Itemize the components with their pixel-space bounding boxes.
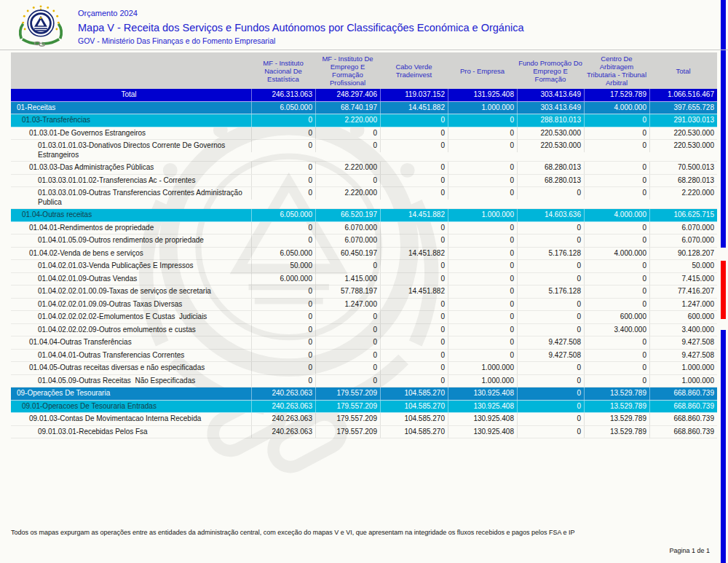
value-cell: 0 xyxy=(517,362,584,374)
value-cell: 0 xyxy=(448,336,517,349)
value-cell: 0 xyxy=(517,222,584,235)
value-cell: 0 xyxy=(517,401,584,413)
value-cell: 6.070.000 xyxy=(315,222,380,235)
table-row: 01.04.02.02.01.09.09-Outras Taxas Divers… xyxy=(11,299,717,312)
column-header: Pro - Empresa xyxy=(448,52,517,89)
value-cell: 0 xyxy=(584,222,649,235)
value-cell: 104.585.270 xyxy=(380,387,448,400)
value-cell: 246.313.063 xyxy=(251,89,315,101)
value-cell: 0 xyxy=(380,235,448,247)
value-cell: 0 xyxy=(448,260,517,272)
table-row: 01.04-Outras receitas6.050.00066.520.197… xyxy=(11,209,717,222)
value-cell: 0 xyxy=(517,324,584,336)
value-cell: 0 xyxy=(584,362,649,374)
value-cell: 0 xyxy=(251,235,315,247)
value-cell: 1.000.000 xyxy=(448,375,517,387)
value-cell: 14.451.882 xyxy=(380,248,448,260)
value-cell: 3.400.000 xyxy=(649,324,717,336)
value-cell: 0 xyxy=(448,140,517,152)
value-cell: 0 xyxy=(380,299,448,311)
value-cell: 0 xyxy=(517,235,584,247)
value-cell: 0 xyxy=(448,235,517,247)
column-header: MF - Instituto De Emprego E Formação Pro… xyxy=(315,52,380,89)
edge-stripe-red xyxy=(721,261,726,319)
table-row: 09-Operações De Tesouraria240.263.063179… xyxy=(11,387,717,401)
row-label: 01.04-Outras receitas xyxy=(11,209,251,221)
value-cell: 0 xyxy=(315,127,380,140)
value-cell: 0 xyxy=(448,248,517,260)
value-cell: 1.000.000 xyxy=(448,102,517,114)
value-cell: 600.000 xyxy=(584,311,649,323)
value-cell: 4.000.000 xyxy=(584,248,649,260)
value-cell: 0 xyxy=(315,140,380,152)
value-cell: 6.050.000 xyxy=(251,248,315,260)
value-cell: 6.050.000 xyxy=(251,102,315,114)
value-cell: 0 xyxy=(448,299,517,311)
row-label: 01.04.04.01-Outras Transferencias Corren… xyxy=(11,350,251,362)
value-cell: 3.400.000 xyxy=(584,324,649,336)
value-cell: 0 xyxy=(448,114,517,127)
value-cell: 60.450.197 xyxy=(315,248,380,260)
value-cell: 0 xyxy=(380,324,448,336)
value-cell: 0 xyxy=(517,387,584,400)
table-row: 01.04.02.01.03-Venda Publicações E Impre… xyxy=(11,260,717,273)
page-number: Pagina 1 de 1 xyxy=(656,546,710,555)
value-cell: 0 xyxy=(584,336,649,349)
row-label: 01.04.02.02.01.00.09-Taxas de serviços d… xyxy=(11,286,251,298)
value-cell: 0 xyxy=(315,175,380,187)
value-cell: 668.860.739 xyxy=(649,426,717,438)
value-cell: 240.263.063 xyxy=(251,387,315,400)
value-cell: 0 xyxy=(517,375,584,387)
row-label: 01.04.02.01.09-Outras Vendas xyxy=(11,273,251,286)
value-cell: 17.529.789 xyxy=(584,89,649,101)
table-row: 01.04.05.09-Outras Receitas Não Especifi… xyxy=(11,375,717,388)
value-cell: 14.451.882 xyxy=(380,102,448,114)
value-cell: 2.220.000 xyxy=(315,162,380,174)
value-cell: 0 xyxy=(380,187,448,200)
row-label: 01.04.01-Rendimentos de propriedade xyxy=(11,222,251,235)
value-cell: 0 xyxy=(380,350,448,362)
value-cell: 0 xyxy=(251,114,315,127)
row-label: 01.03.03-Das Administrações Públicas xyxy=(11,162,251,174)
value-cell: 4.000.000 xyxy=(584,209,649,221)
row-label: 01.04.02-Venda de bens e serviços xyxy=(11,248,251,260)
value-cell: 9.427.508 xyxy=(649,336,717,349)
value-cell: 13.529.789 xyxy=(584,413,649,425)
table-row: 01.04.02.02.02.09-Outros emolumentos e c… xyxy=(11,324,717,337)
value-cell: 106.625.715 xyxy=(649,209,717,221)
value-cell: 130.925.408 xyxy=(448,401,517,413)
table-row: 01-Receitas6.050.00068.740.19714.451.882… xyxy=(11,102,717,115)
table-row: 01.03.01-De Governos Estrangeiros0000220… xyxy=(11,127,717,141)
ministry-subtitle: GOV - Ministério Das Finanças e do Fomen… xyxy=(78,36,524,45)
value-cell: 240.263.063 xyxy=(251,401,315,413)
value-cell: 0 xyxy=(584,235,649,247)
value-cell: 303.413.649 xyxy=(517,89,584,101)
value-cell: 0 xyxy=(517,426,584,438)
table-row: 09.01.03-Contas De Movimentacao Interna … xyxy=(11,413,717,426)
page-title: Mapa V - Receita dos Serviços e Fundos A… xyxy=(78,22,524,34)
table-row: 01.04.02.02.01.00.09-Taxas de serviços d… xyxy=(11,286,717,299)
budget-table: MF - Instituto Nacional De EstatísticaMF… xyxy=(11,52,717,438)
edge-stripe-blue-top xyxy=(721,0,726,248)
row-label: 01.04.01.05.09-Outros rendimentos de pro… xyxy=(11,235,251,247)
value-cell: 130.925.408 xyxy=(448,413,517,425)
value-cell: 0 xyxy=(584,127,649,140)
row-label: 01.04.02.02.01.09.09-Outras Taxas Divers… xyxy=(11,299,251,311)
value-cell: 248.297.406 xyxy=(315,89,380,101)
row-label: 01-Receitas xyxy=(11,102,251,114)
value-cell: 66.520.197 xyxy=(315,209,380,221)
value-cell: 0 xyxy=(251,350,315,362)
table-row: 01.04.05-Outras receitas diversas e não … xyxy=(11,362,717,375)
value-cell: 130.925.408 xyxy=(448,426,517,438)
value-cell: 0 xyxy=(448,324,517,336)
value-cell: 0 xyxy=(380,162,448,174)
value-cell: 179.557.209 xyxy=(315,413,380,425)
value-cell: 220.530.000 xyxy=(517,127,584,140)
value-cell: 0 xyxy=(380,114,448,127)
value-cell: 240.263.063 xyxy=(251,426,315,438)
column-header: Fundo Promoção Do Emprego E Formação xyxy=(517,52,584,89)
value-cell: 119.037.152 xyxy=(380,89,448,101)
column-header: Total xyxy=(649,52,717,89)
value-cell: 0 xyxy=(315,260,380,272)
value-cell: 0 xyxy=(380,127,448,140)
